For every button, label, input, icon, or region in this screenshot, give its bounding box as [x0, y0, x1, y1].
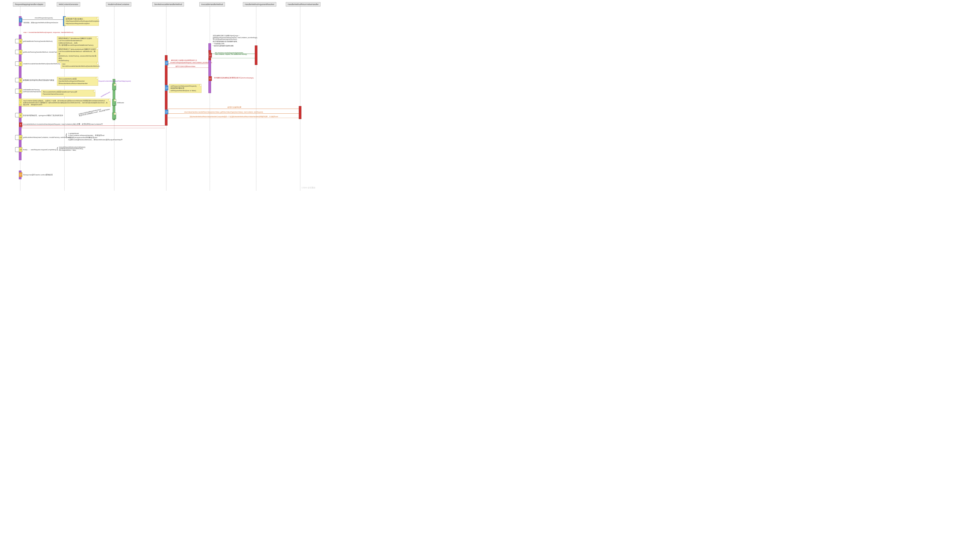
- step-17: 17: [19, 172, 22, 177]
- participant-hmrvh: HandlerMethodReturnValueHandler: [286, 2, 321, 7]
- step-6: 6: [19, 89, 22, 93]
- step-8: 8: [19, 113, 22, 118]
- step-13: 13: [165, 85, 168, 90]
- lbl-7-3: initModel: [117, 102, 124, 104]
- lbl-7-1: RequestContextUtils.getInputFlashMap(req…: [99, 80, 131, 82]
- note-2: 获取所有标注了@InitBinder注解的方法放到 List<Invocable…: [57, 37, 98, 48]
- note-6: 为invocableMethod设置DataBinderFactory和Para…: [41, 90, 95, 97]
- step-5-label: 参数解析器和返回结果处理器校验与赋值: [23, 79, 54, 82]
- step-5: 5: [19, 78, 22, 83]
- loop-4: [15, 62, 19, 66]
- lbl-7-2: addAllAttributes: [100, 91, 110, 97]
- step-2: 2: [19, 39, 22, 44]
- lbl-11a: this.resolvers.resolveArgument(parameter…: [215, 52, 247, 55]
- step-1-label: checkRequest(request);: [35, 17, 53, 19]
- step-3-label: getModelFactory(handlerMethod, binderFac…: [23, 51, 60, 53]
- loop-16: [15, 147, 19, 152]
- step-4-label: createInvocableHandlerMethod(handlerMeth…: [23, 63, 60, 65]
- sequence-diagram: RequestMappingHandlerAdapter WebContentG…: [0, 0, 317, 190]
- step-15-label: getModelAndView(mavContainer, modelFacto…: [23, 137, 71, 138]
- lifeline-hmar: [256, 7, 256, 190]
- brace-16: {: [57, 147, 58, 151]
- lbl-14c: 交给HandlerMethodReturnValueHandlerComposi…: [190, 116, 278, 118]
- participant-mavc: ModelAndViewContainer: [106, 2, 131, 7]
- step-8-label: 异步请求逻辑处理，springmvc5增加了异步请求支持: [23, 114, 63, 117]
- step-16: 16: [19, 147, 22, 152]
- step-12: 12: [208, 76, 212, 81]
- loop-8: [15, 113, 19, 117]
- note-7a: mavContainer实例化与初始化。 这里有三个步骤，其中initModel…: [22, 99, 110, 107]
- note-5: 为invocableMethod设置HandlerMethodArgumentR…: [57, 77, 98, 86]
- watermark: CSDN @清晨影: [302, 187, 316, 189]
- step-1: 1: [19, 18, 22, 23]
- loop-5: [15, 78, 19, 82]
- return-14: [168, 118, 299, 118]
- return-9: [22, 125, 165, 128]
- lbl-12: 拿到解析后的参数反射调用目标方法doInvoke(args);: [214, 77, 254, 79]
- note-7a-line1: mavContainer实例化与初始化。 这里有三个步骤，其中initModel…: [23, 100, 109, 102]
- lbl-10a: 解析目标方法参数并反射调用目标方法: [171, 59, 197, 62]
- arrow-10: [168, 63, 208, 64]
- mav-title: mav = invokeHandlerMethod(request, respo…: [23, 32, 74, 33]
- lbl-14b: returnValueHandlers.handleReturnValue(re…: [184, 111, 263, 113]
- participant-hmar: HandlerMethodArgumentResolver: [243, 2, 276, 7]
- participant-ihm: InvocableHandlerMethod: [199, 2, 225, 7]
- lbl-10c: 返回方法执行结果returnValue: [176, 65, 196, 68]
- note-4: new ServletInvocableHandlerMethod(handle…: [61, 62, 99, 68]
- step-17-label: 为response进行cache-control逻辑处理: [23, 173, 53, 176]
- step-2-label: getDataBinderFactory(handlerMethod): [23, 40, 53, 42]
- brace-15: {: [66, 133, 67, 137]
- loop-15: [15, 135, 19, 140]
- note-7a-line2: 如果handlerMethod的方法参数标注了@ModelAttribute注解…: [23, 102, 109, 106]
- note-16: executeRequestDestructionCallbacks(); up…: [59, 146, 85, 151]
- step-3: 3: [19, 50, 22, 55]
- step-10: 10: [165, 61, 168, 65]
- lbl-10b: invokeForRequest(webRequest, mavContaine…: [170, 62, 212, 63]
- lbl-14a: 处理方法返回结果: [227, 106, 241, 108]
- box-7-2: 7 - 2: [112, 99, 116, 106]
- note-1: 如果校验不通过会抛出： HttpRequestMethodNotSupporte…: [64, 17, 99, 26]
- act-hmrvh: [299, 106, 301, 119]
- box-7-3: 7 - 3: [112, 113, 116, 119]
- loop-3: [15, 50, 19, 54]
- lifeline-wcg: [64, 7, 65, 190]
- participant-sihm: ServletInvocableHandlerMethod: [152, 2, 184, 7]
- act-hmar: [255, 45, 258, 65]
- loop-2: [15, 39, 19, 43]
- loop-6: [15, 89, 19, 93]
- note-3: 获取所有标注了@ModelAttribute注解的方法放到 List<Invoc…: [57, 47, 98, 63]
- box-7-1: 7 - 1: [112, 83, 116, 90]
- participant-rmha: RequestMappingHandlerAdapter: [13, 2, 45, 7]
- participant-wcg: WebContentGenerator: [57, 2, 80, 7]
- note-15: 1.updateModel 2.mavContainer.isRequestHa…: [68, 132, 123, 141]
- step-16-label: finally：：webRequest.requestCompleted();: [23, 148, 57, 151]
- step-15: 15: [19, 135, 22, 140]
- note-13: setResponseStatus(webRequest); 根据逻辑判断设置 …: [169, 84, 201, 93]
- step-9-label: invocableMethod.invokeAndHandle(webReque…: [23, 123, 103, 125]
- lbl-7-4: setIgnoreDefaultModelOnRedirect 重定向时是否忽略…: [79, 107, 110, 117]
- note-11: 这里会解析目标方法参数Object[] args = getMethodArgu…: [213, 35, 258, 47]
- step-4: 4: [19, 62, 22, 66]
- step-1-sub: 请求校验，校验supportedMethods和requireSession: [23, 22, 58, 24]
